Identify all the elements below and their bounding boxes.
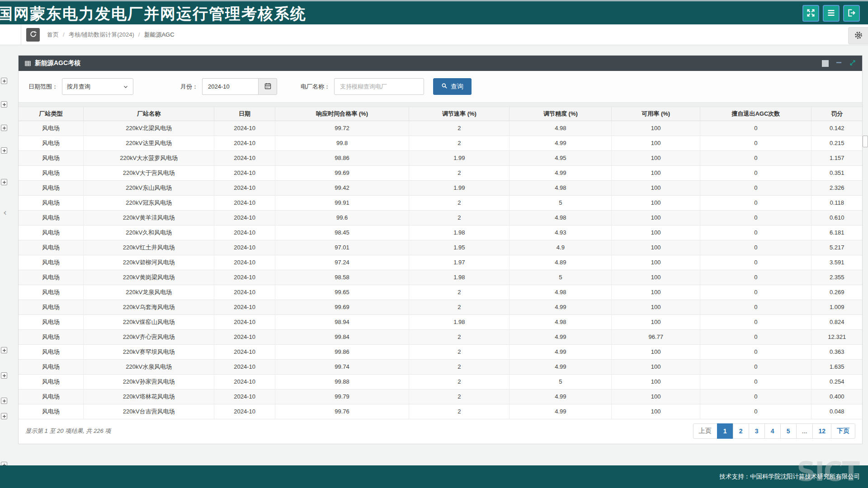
col-station-type: 厂站类型 [19,107,84,121]
table-cell: 0 [700,329,811,344]
table-cell: 100 [612,136,700,150]
tree-expander-icon[interactable] [1,101,7,108]
table-cell: 0.118 [811,195,862,210]
pagination-page-12[interactable]: 12 [812,423,831,439]
table-cell: 2 [409,374,509,389]
pagination-page-4[interactable]: 4 [764,423,781,439]
pagination-page-1[interactable]: 1 [717,423,733,439]
table-row: 风电场220kV台吉营风电场2024-1099.7624.9910000.048 [19,404,862,419]
table-cell: 2024-10 [214,255,275,270]
table-cell: 98.86 [275,150,409,165]
table-cell: 2024-10 [214,121,275,136]
table-cell: 0.351 [811,165,862,180]
table-cell: 风电场 [19,374,84,389]
table-row: 风电场220kV东山风电场2024-1099.421.994.9810002.3… [19,180,862,195]
table-cell: 99.65 [275,285,409,300]
table-cell: 1.98 [409,225,509,240]
logout-button[interactable] [843,5,860,22]
table-row: 风电场220kV塔林花风电场2024-1099.7924.9910000.400 [19,389,862,404]
table-cell: 220kV黄岗梁风电场 [84,270,214,285]
tree-expander-icon[interactable] [1,125,7,131]
table-cell: 0 [700,121,811,136]
tree-expander-icon[interactable] [1,147,7,154]
tree-expander-icon[interactable] [1,78,7,84]
pagination-next-button[interactable]: 下页 [831,423,855,439]
tree-expander-icon[interactable] [1,372,7,379]
agc-data-table: 厂站类型 厂站名称 日期 响应时间合格率 (%) 调节速率 (%) 调节精度 (… [19,107,862,419]
table-cell: 99.74 [275,359,409,374]
table-header-row: 厂站类型 厂站名称 日期 响应时间合格率 (%) 调节速率 (%) 调节精度 (… [19,107,862,121]
table-cell: 220kV东山风电场 [84,180,214,195]
table-cell: 1.99 [409,150,509,165]
table-cell: 0 [700,195,811,210]
pagination-page-3[interactable]: 3 [749,423,765,439]
table-row: 风电场220kV孙家营风电场2024-1099.882510000.254 [19,374,862,389]
table-cell: 5 [509,270,612,285]
table-cell: 97.24 [275,255,409,270]
left-rail: ‹ [0,45,8,488]
breadcrumb-assessment[interactable]: 考核/辅助数据计算(2024) [69,31,134,39]
sidebar-collapse-chevron-icon[interactable]: ‹ [3,207,7,218]
table-cell: 2 [409,195,509,210]
month-input[interactable] [202,78,258,95]
table-cell: 1.009 [811,300,862,314]
table-cell: 2024-10 [214,314,275,329]
table-cell: 4.98 [509,121,612,136]
table-cell: 2024-10 [214,359,275,374]
search-button[interactable]: 查询 [433,78,472,95]
table-cell: 220kV乌套海风电场 [84,300,214,314]
table-cell: 1.157 [811,150,862,165]
refresh-icon [29,30,37,39]
table-cell: 0 [700,374,811,389]
tree-expander-icon[interactable] [1,413,7,419]
date-range-value: 按月查询 [67,83,123,91]
table-cell: 4.9 [509,240,612,255]
tree-expander-icon[interactable] [1,179,7,185]
header-buttons [802,5,860,22]
table-cell: 5 [509,195,612,210]
table-cell: 风电场 [19,255,84,270]
pagination-page-2[interactable]: 2 [733,423,749,439]
table-row: 风电场220kV达里风电场2024-1099.824.9910000.215 [19,136,862,150]
plant-name-input[interactable] [334,78,424,95]
minimize-icon[interactable] [835,59,842,67]
table-cell: 2024-10 [214,195,275,210]
pagination-page-5[interactable]: 5 [780,423,797,439]
table-cell: 5 [509,374,612,389]
table-cell: 2024-10 [214,404,275,419]
settings-button[interactable] [848,27,868,44]
table-cell: 99.76 [275,404,409,419]
table-cell: 1.635 [811,359,862,374]
app-title: 国网蒙东电力发电厂并网运行管理考核系统 [0,4,307,24]
table-cell: 0.215 [811,136,862,150]
table-cell: 220kV北梁风电场 [84,121,214,136]
date-range-select[interactable]: 按月查询 [62,78,133,95]
menu-button[interactable] [823,5,840,22]
table-cell: 99.88 [275,374,409,389]
expand-panel-icon[interactable] [849,59,856,68]
panel-square-icon[interactable] [822,60,829,67]
calendar-icon [264,82,272,91]
table-cell: 2024-10 [214,344,275,359]
table-cell: 0 [700,136,811,150]
breadcrumb-home[interactable]: 首页 [47,31,59,39]
panel-header: 新能源AGC考核 [19,56,862,71]
calendar-addon-button[interactable] [258,78,277,95]
table-cell: 0 [700,300,811,314]
table-cell: 0 [700,150,811,165]
table-cell: 99.79 [275,389,409,404]
table-row: 风电场220kV煤窑山风电场2024-1098.941.984.9810000.… [19,314,862,329]
fullscreen-button[interactable] [802,5,819,22]
pagination-prev-button[interactable]: 上页 [693,423,717,439]
tree-expander-icon[interactable] [1,347,7,353]
table-cell: 100 [612,121,700,136]
tree-expander-icon[interactable] [1,398,7,404]
refresh-button[interactable] [26,28,40,42]
vertical-scrollbar-thumb[interactable] [863,136,868,147]
table-cell: 100 [612,150,700,165]
table-cell: 2024-10 [214,210,275,225]
table-row: 风电场220kV大水菠萝风电场2024-1098.861.994.9510001… [19,150,862,165]
table-cell: 2 [409,300,509,314]
table-cell: 风电场 [19,329,84,344]
table-cell: 5.217 [811,240,862,255]
